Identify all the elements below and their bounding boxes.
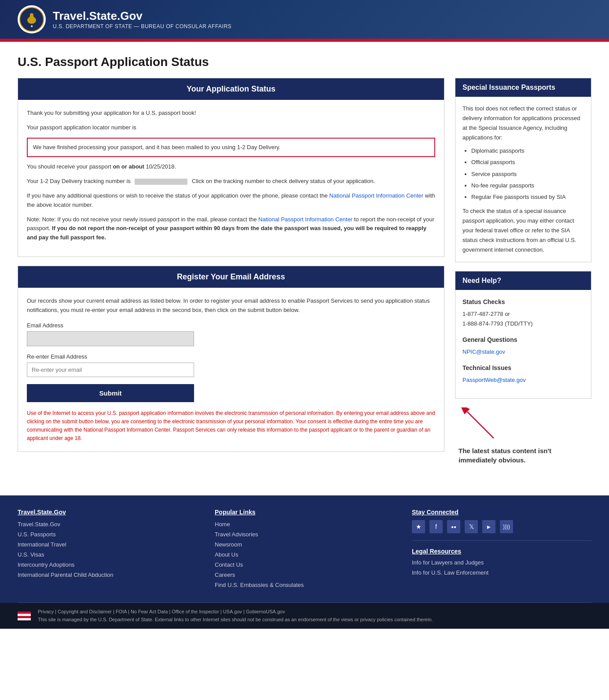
main-content: U.S. Passport Application Status Your Ap… — [0, 42, 609, 478]
footer-link-parental[interactable]: International Parental Child Abduction — [18, 572, 197, 578]
tracking-prefix: Your 1-2 Day Delivery tracking number is — [27, 178, 131, 184]
footer-link-visas[interactable]: U.S. Visas — [18, 551, 197, 558]
footer-col-1: Travel.State.Gov Travel.State.Gov U.S. P… — [18, 509, 197, 592]
email-label: Email Address — [27, 322, 435, 329]
email-address-group: Email Address — [27, 322, 435, 346]
site-footer: Travel.State.Gov Travel.State.Gov U.S. P… — [0, 495, 609, 629]
special-issuance-header: Special Issuance Passports — [455, 78, 591, 97]
footer-link-careers[interactable]: Careers — [215, 572, 394, 578]
note-label: Note: — [27, 216, 42, 223]
flickr-icon[interactable]: ●● — [447, 520, 460, 533]
footer-link-embassies[interactable]: Find U.S. Embassies & Consulates — [215, 582, 394, 588]
content-layout: Your Application Status Thank you for su… — [18, 78, 591, 465]
technical-issues-section: Technical Issues PassportWeb@state.gov — [462, 363, 584, 385]
npic-link-1[interactable]: National Passport Information Center — [329, 192, 423, 199]
technical-issues-title: Technical Issues — [462, 363, 584, 374]
highlighted-text: We have finished processing your passpor… — [33, 144, 280, 150]
footer-col2-title: Popular Links — [215, 509, 394, 516]
email-box-header: Register Your Email Address — [18, 266, 444, 288]
site-logo[interactable]: ★ — [18, 5, 46, 33]
special-issuance-footer: To check the status of a special issuanc… — [462, 206, 584, 255]
left-column: Your Application Status Thank you for su… — [18, 78, 444, 452]
header-text: Travel.State.Gov U.S. Department of Stat… — [53, 9, 231, 29]
need-help-body: Status Checks 1-877-487-2778 or 1-888-87… — [455, 290, 591, 398]
general-questions-title: General Questions — [462, 335, 584, 345]
tracking-line: Your 1-2 Day Delivery tracking number is… — [27, 177, 435, 186]
list-item: Official passports — [471, 158, 584, 167]
status-checks-section: Status Checks 1-877-487-2778 or 1-888-87… — [462, 297, 584, 329]
annotation-arrow — [459, 407, 511, 443]
footer-bottom-text: Privacy | Copyright and Disclaimer | FOI… — [38, 608, 433, 623]
footer-link-lawyers[interactable]: Info for Lawyers and Judges — [412, 559, 591, 566]
twitter-icon[interactable]: 𝕏 — [465, 520, 478, 533]
status-box-body: Thank you for submitting your applicatio… — [18, 100, 444, 257]
email-input-blurred[interactable] — [27, 331, 194, 346]
svg-text:★: ★ — [30, 25, 33, 28]
status-intro1: Thank you for submitting your applicatio… — [27, 109, 435, 118]
footer-link-adoptions[interactable]: Intercountry Adoptions — [18, 561, 197, 568]
status-checks-title: Status Checks — [462, 297, 584, 308]
email-description: Our records show your current email addr… — [27, 297, 435, 315]
list-item: No-fee regular passports — [471, 181, 584, 191]
reenter-email-group: Re-enter Email Address — [27, 353, 435, 377]
npic-link-2[interactable]: National Passport Information Center — [258, 216, 352, 223]
footer-link-tsg[interactable]: Travel.State.Gov — [18, 521, 197, 528]
site-header: ★ Travel.State.Gov U.S. Department of St… — [0, 0, 609, 40]
need-help-header: Need Help? — [455, 271, 591, 290]
reenter-email-label: Re-enter Email Address — [27, 353, 435, 360]
rss-icon[interactable]: )))) — [500, 520, 513, 533]
application-status-box: Your Application Status Thank you for su… — [18, 78, 444, 257]
email-box-body: Our records show your current email addr… — [18, 288, 444, 451]
note-bold: If you do not report the non-receipt of … — [27, 225, 426, 241]
note-text: Note: Note: If you do not receive your n… — [27, 215, 435, 242]
special-issuance-box: Special Issuance Passports This tool doe… — [455, 78, 591, 262]
status-highlighted-message: We have finished processing your passpor… — [27, 138, 435, 158]
footer-link-intl-travel[interactable]: International Travel — [18, 541, 197, 548]
footer-bottom: Privacy | Copyright and Disclaimer | FOI… — [0, 603, 609, 629]
list-item: Service passports — [471, 169, 584, 179]
social-icons: ★ f ●● 𝕏 ▶ )))) — [412, 520, 591, 533]
footer-link-advisories[interactable]: Travel Advisories — [215, 531, 394, 538]
annotation-text: The latest status content isn't immediat… — [459, 447, 551, 464]
special-issuance-body: This tool does not reflect the correct s… — [455, 97, 591, 262]
footer-col-2: Popular Links Home Travel Advisories New… — [215, 509, 394, 592]
annotation-callout: The latest status content isn't immediat… — [455, 407, 591, 465]
footer-link-law-enforcement[interactable]: Info for U.S. Law Enforcement — [412, 569, 591, 576]
status-date-line: You should receive your passport on or a… — [27, 162, 435, 172]
special-issuance-list: Diplomatic passports Official passports … — [462, 146, 584, 202]
footer-link-passports[interactable]: U.S. Passports — [18, 531, 197, 538]
status-checks-phone1: 1-877-487-2778 or — [462, 309, 584, 319]
footer-col-3: Stay Connected ★ f ●● 𝕏 ▶ )))) Legal Res… — [412, 509, 591, 592]
star-icon[interactable]: ★ — [412, 520, 425, 533]
list-item: Diplomatic passports — [471, 146, 584, 156]
svg-point-4 — [30, 13, 33, 17]
passport-web-email-link[interactable]: PassportWeb@state.gov — [462, 377, 526, 383]
status-intro2: Your passport application locator number… — [27, 123, 435, 132]
footer-bottom-managed: This site is managed by the U.S. Departm… — [38, 616, 433, 624]
need-help-box: Need Help? Status Checks 1-877-487-2778 … — [455, 271, 591, 399]
youtube-icon[interactable]: ▶ — [482, 520, 495, 533]
site-subtitle: U.S. Department of State — Bureau of Con… — [53, 23, 231, 29]
svg-point-2 — [27, 17, 36, 24]
right-column: Special Issuance Passports This tool doe… — [455, 78, 591, 465]
usa-flag — [18, 612, 31, 620]
site-title: Travel.State.Gov — [53, 9, 231, 23]
footer-link-contact[interactable]: Contact Us — [215, 561, 394, 568]
footer-link-newsroom[interactable]: Newsroom — [215, 541, 394, 548]
svg-line-7 — [467, 412, 494, 438]
reenter-email-input[interactable] — [27, 363, 194, 377]
footer-bottom-links: Privacy | Copyright and Disclaimer | FOI… — [38, 608, 433, 616]
footer-legal-title: Legal Resources — [412, 540, 591, 555]
footer-link-about[interactable]: About Us — [215, 551, 394, 558]
footer-top: Travel.State.Gov Travel.State.Gov U.S. P… — [18, 509, 591, 603]
footer-link-home[interactable]: Home — [215, 521, 394, 528]
npic-email-link[interactable]: NPIC@state.gov — [462, 348, 505, 355]
submit-button[interactable]: Submit — [27, 384, 194, 402]
tracking-suffix: Click on the tracking number to check de… — [192, 178, 375, 184]
general-questions-section: General Questions NPIC@state.gov — [462, 335, 584, 357]
list-item: Regular Fee passports issued by SIA — [471, 192, 584, 202]
special-issuance-desc: This tool does not reflect the correct s… — [462, 104, 584, 143]
questions-text: If you have any additional questions or … — [27, 191, 435, 210]
status-box-header: Your Application Status — [18, 78, 444, 100]
facebook-icon[interactable]: f — [429, 520, 443, 533]
